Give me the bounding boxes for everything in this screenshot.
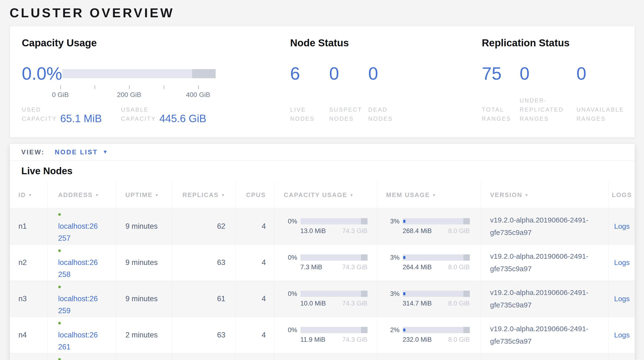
dead-nodes-label-line1: DEAD (368, 105, 393, 114)
node-live-status-icon (58, 358, 61, 360)
node-uptime-cell: 2 minutes (116, 317, 172, 353)
view-bar: VIEW: NODE LIST ▼ (10, 144, 635, 161)
column-header-capacity-usage[interactable]: CAPACITY USAGE▼ (274, 182, 377, 208)
node-live-status-icon (58, 213, 61, 216)
used-capacity-value: 65.1 MiB (60, 113, 102, 124)
node-cpus-cell: 4 (236, 353, 274, 360)
total-ranges-label-line2: RANGES (482, 114, 520, 123)
node-address-cell: localhost:26262 (48, 353, 116, 360)
node-version-cell: v19.2.0-alpha.20190606-2491-gfe735c9a97 (481, 281, 608, 317)
node-cpus-cell: 4 (236, 317, 274, 353)
usable-capacity-label-line1: USABLE (121, 105, 156, 114)
node-capacity-usage-percent: 0% (284, 291, 297, 297)
view-selector-dropdown[interactable]: NODE LIST ▼ (55, 148, 109, 156)
capacity-gauge-track (62, 69, 216, 78)
node-capacity-usage-bar-reserved-segment (361, 291, 367, 297)
usable-capacity-stat: USABLE CAPACITY 445.6 GiB (121, 105, 206, 123)
node-capacity-usage-total-value: 74.3 GiB (342, 336, 367, 343)
node-capacity-usage-used-value: 13.0 MiB (300, 227, 326, 235)
sort-desc-icon: ▼ (28, 193, 32, 197)
node-id-cell: n5 (10, 353, 48, 360)
suspect-nodes-label-line2: NODES (329, 114, 368, 123)
unavailable-ranges-label-line1: UNAVAILABLE (576, 105, 624, 114)
gauge-tick-label: 400 GiB (186, 91, 210, 99)
column-header-address[interactable]: ADDRESS▼ (48, 182, 116, 208)
sort-desc-icon: ▼ (221, 193, 225, 197)
live-nodes-table: ID▼ ADDRESS▼ UPTIME▼ REPLICAS▼ CPUS CAPA… (10, 182, 635, 360)
column-header-version[interactable]: VERSION▼ (481, 182, 608, 208)
node-capacity-usage-total-value: 74.3 GiB (342, 227, 367, 235)
node-address-cell: localhost:26259 (48, 281, 116, 317)
node-version-cell: v19.2.0-alpha.20190606-2491-gfe735c9a97 (481, 208, 608, 244)
under-replicated-ranges-stat: 0 UNDER- REPLICATED RANGES (520, 49, 576, 137)
node-version-cell: v19.2.0-alpha.20190606-2491-gfe735c9a97 (481, 317, 608, 353)
node-mem-usage-total-value: 8.0 GiB (448, 300, 470, 307)
unavailable-ranges-value: 0 (576, 65, 624, 83)
node-address-link[interactable]: localhost:26258 (58, 258, 98, 279)
gauge-tick-label: 200 GiB (117, 91, 141, 99)
node-logs-link[interactable]: Logs (614, 331, 630, 339)
node-mem-usage-bar (403, 254, 470, 261)
node-capacity-usage-cell: 0%13.0 MiB74.3 GiB (274, 208, 377, 244)
column-header-replicas[interactable]: REPLICAS▼ (172, 182, 236, 208)
gauge-tick (129, 85, 130, 89)
node-mem-usage-bar-fill (403, 220, 406, 223)
node-mem-usage-bar-fill (403, 328, 406, 331)
node-mem-usage-bar-reserved-segment (463, 218, 470, 224)
node-capacity-usage-percent: 0% (284, 327, 297, 333)
used-capacity-label-line2: CAPACITY (22, 114, 57, 123)
capacity-usage-heading: Capacity Usage (22, 37, 290, 49)
node-mem-usage-used-value: 264.4 MiB (403, 264, 432, 271)
node-mem-usage-bar (403, 218, 470, 224)
capacity-gauge-bar (62, 69, 216, 78)
capacity-percent-value: 0.0% (22, 65, 62, 83)
node-mem-usage-cell: 2%232.0 MiB8.0 GiB (377, 317, 481, 353)
live-nodes-tbody: n1localhost:262579 minutes6240%13.0 MiB7… (10, 208, 635, 360)
node-mem-usage-used-value: 268.4 MiB (403, 227, 432, 235)
node-mem-usage-cell: 3%268.4 MiB8.0 GiB (377, 208, 481, 244)
node-mem-usage-cell: 3%314.7 MiB8.0 GiB (377, 281, 481, 317)
column-header-mem-usage[interactable]: MEM USAGE▼ (377, 182, 481, 208)
node-uptime-cell: 9 minutes (116, 353, 172, 360)
column-header-id[interactable]: ID▼ (10, 182, 48, 208)
node-address-link[interactable]: localhost:26259 (58, 294, 98, 315)
node-address-link[interactable]: localhost:26257 (58, 222, 98, 242)
node-cpus-cell: 4 (236, 208, 274, 244)
node-id-cell: n2 (10, 244, 48, 281)
capacity-gauge-reserved-segment (192, 69, 216, 78)
node-logs-link[interactable]: Logs (614, 295, 630, 303)
node-logs-link[interactable]: Logs (614, 258, 630, 266)
live-nodes-stat: 6 LIVE NODES (290, 49, 329, 137)
total-ranges-label-line1: TOTAL (482, 105, 520, 114)
node-id-cell: n1 (10, 208, 48, 244)
node-capacity-usage-bar-reserved-segment (361, 218, 367, 224)
under-replicated-label-line3: RANGES (520, 114, 576, 123)
view-label: VIEW: (21, 148, 45, 156)
suspect-nodes-value: 0 (329, 65, 368, 83)
node-mem-usage-bar-fill (403, 292, 406, 295)
node-capacity-usage-total-value: 74.3 GiB (342, 300, 367, 307)
live-nodes-value: 6 (290, 65, 329, 83)
node-capacity-usage-used-value: 10.0 MiB (300, 300, 326, 307)
cluster-overview-page: CLUSTER OVERVIEW Capacity Usage 0.0% 0 G… (0, 0, 644, 360)
dead-nodes-stat: 0 DEAD NODES (368, 49, 393, 137)
node-mem-usage-bar-reserved-segment (463, 291, 470, 297)
replication-status-heading: Replication Status (482, 37, 635, 49)
node-mem-usage-bar-reserved-segment (463, 327, 470, 333)
table-header-row: ID▼ ADDRESS▼ UPTIME▼ REPLICAS▼ CPUS CAPA… (10, 182, 635, 208)
chevron-down-icon: ▼ (103, 149, 109, 155)
table-row: n4localhost:262612 minutes6340%11.9 MiB7… (10, 317, 635, 353)
node-uptime-cell: 9 minutes (116, 244, 172, 281)
node-mem-usage-used-value: 232.0 MiB (403, 336, 432, 343)
node-replicas-cell: 63 (172, 353, 236, 360)
node-mem-usage-used-value: 314.7 MiB (403, 300, 432, 307)
node-address-link[interactable]: localhost:26261 (58, 331, 98, 351)
gauge-tick (198, 85, 198, 89)
column-header-uptime[interactable]: UPTIME▼ (116, 182, 172, 208)
node-capacity-usage-bar (300, 218, 368, 224)
node-logs-link[interactable]: Logs (614, 222, 630, 230)
node-status-section: Node Status 6 LIVE NODES 0 SUSPECT NODES (290, 37, 482, 137)
capacity-gauge-axis: 0 GiB200 GiB400 GiB (60, 83, 214, 100)
under-replicated-label-line2: REPLICATED (520, 105, 576, 114)
suspect-nodes-stat: 0 SUSPECT NODES (329, 49, 368, 137)
